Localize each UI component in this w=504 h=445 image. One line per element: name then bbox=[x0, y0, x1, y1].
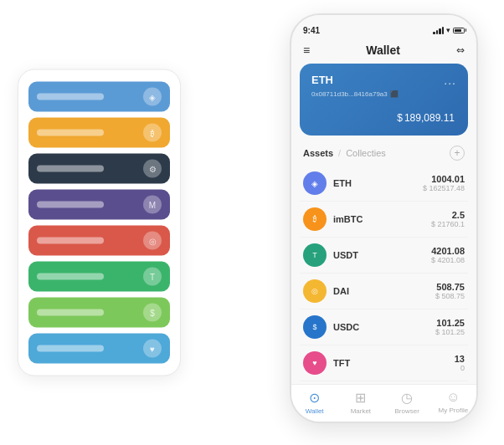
card-label bbox=[37, 238, 104, 244]
asset-amounts: 1004.01 $ 162517.48 bbox=[423, 174, 465, 192]
phone-mockup: 9:41 ▾ ≡ Wallet ⇔ ETH bbox=[290, 13, 478, 423]
nav-item-wallet[interactable]: ⊙ Wallet bbox=[291, 390, 337, 415]
card-icon: ◈ bbox=[143, 88, 162, 106]
tab-divider: / bbox=[338, 148, 341, 158]
menu-icon[interactable]: ≡ bbox=[303, 43, 310, 57]
list-item[interactable]: ⚙ bbox=[28, 154, 170, 184]
card-label bbox=[37, 202, 104, 208]
card-label bbox=[37, 94, 104, 100]
usdt-icon: T bbox=[303, 243, 327, 267]
nav-item-profile[interactable]: ☺ My Profile bbox=[430, 390, 476, 415]
eth-card-name: ETH bbox=[311, 74, 333, 86]
asset-primary-amount: 2.5 bbox=[431, 210, 465, 220]
asset-amounts: 508.75 $ 508.75 bbox=[435, 282, 465, 300]
card-icon: T bbox=[143, 268, 162, 286]
card-label bbox=[37, 274, 104, 280]
eth-card-address: 0x08711d3b...8416a79a3 ⬛ bbox=[311, 90, 456, 98]
asset-amounts: 4201.08 $ 4201.08 bbox=[431, 246, 465, 264]
card-icon: $ bbox=[143, 304, 162, 322]
eth-card-balance: $189,089.11 bbox=[311, 106, 456, 125]
status-bar: 9:41 ▾ bbox=[291, 15, 476, 40]
list-item[interactable]: ◈ bbox=[28, 82, 170, 112]
bottom-nav: ⊙ Wallet ⊞ Market ◷ Browser ☺ My Profile bbox=[291, 384, 476, 422]
card-icon: ♥ bbox=[143, 340, 162, 358]
asset-primary-amount: 508.75 bbox=[435, 282, 465, 292]
card-label bbox=[37, 309, 104, 316]
profile-nav-label: My Profile bbox=[439, 407, 469, 414]
asset-amounts: 2.5 $ 21760.1 bbox=[431, 210, 465, 228]
asset-name: imBTC bbox=[333, 214, 431, 224]
card-label bbox=[37, 345, 104, 352]
table-row[interactable]: ♥ TFT 13 0 bbox=[300, 345, 468, 381]
card-icon: ₿ bbox=[143, 124, 162, 142]
eth-card[interactable]: ETH ... 0x08711d3b...8416a79a3 ⬛ $189,08… bbox=[300, 64, 468, 136]
tab-collecties[interactable]: Collecties bbox=[346, 148, 386, 158]
wallet-nav-icon: ⊙ bbox=[309, 390, 320, 406]
eth-card-more-button[interactable]: ... bbox=[444, 74, 456, 87]
card-label bbox=[37, 166, 104, 172]
market-nav-icon: ⊞ bbox=[355, 390, 366, 406]
list-item[interactable]: ♥ bbox=[28, 334, 170, 364]
asset-secondary-amount: $ 21760.1 bbox=[431, 220, 465, 228]
asset-name: USDT bbox=[333, 250, 431, 260]
asset-name: TFT bbox=[333, 358, 455, 368]
market-nav-label: Market bbox=[351, 407, 371, 415]
table-row[interactable]: ₿ imBTC 2.5 $ 21760.1 bbox=[300, 202, 468, 238]
tft-icon: ♥ bbox=[303, 351, 327, 375]
list-item[interactable]: T bbox=[28, 262, 170, 292]
status-icons: ▾ bbox=[433, 26, 465, 34]
asset-name: DAI bbox=[333, 286, 435, 296]
card-label bbox=[37, 130, 104, 136]
assets-tabs: Assets / Collecties bbox=[303, 148, 386, 158]
card-stack: ◈ ₿ ⚙ M ◎ T $ ♥ bbox=[18, 69, 181, 376]
card-icon: ◎ bbox=[143, 232, 162, 250]
asset-primary-amount: 13 bbox=[455, 354, 465, 364]
eth-icon: ◈ bbox=[303, 171, 327, 195]
dai-icon: ◎ bbox=[303, 279, 327, 303]
add-asset-button[interactable]: + bbox=[450, 146, 465, 161]
phone-header: ≡ Wallet ⇔ bbox=[291, 40, 476, 64]
table-row[interactable]: ◎ DAI 508.75 $ 508.75 bbox=[300, 274, 468, 309]
nav-item-market[interactable]: ⊞ Market bbox=[337, 390, 383, 415]
status-time: 9:41 bbox=[303, 26, 320, 35]
wallet-nav-label: Wallet bbox=[306, 407, 324, 415]
asset-name: ETH bbox=[333, 178, 423, 188]
expand-icon[interactable]: ⇔ bbox=[456, 44, 465, 56]
tab-assets[interactable]: Assets bbox=[303, 148, 333, 158]
profile-nav-icon: ☺ bbox=[446, 390, 460, 405]
asset-amounts: 13 0 bbox=[455, 354, 465, 372]
asset-secondary-amount: $ 508.75 bbox=[435, 292, 465, 300]
asset-name: USDC bbox=[333, 322, 435, 332]
asset-primary-amount: 4201.08 bbox=[431, 246, 465, 256]
list-item[interactable]: ₿ bbox=[28, 118, 170, 148]
asset-list: ◈ ETH 1004.01 $ 162517.48 ₿ imBTC 2.5 $ … bbox=[291, 166, 476, 384]
nav-item-browser[interactable]: ◷ Browser bbox=[384, 390, 430, 415]
card-icon: ⚙ bbox=[143, 160, 162, 178]
asset-secondary-amount: $ 162517.48 bbox=[423, 184, 465, 192]
list-item[interactable]: $ bbox=[28, 298, 170, 328]
usdc-icon: $ bbox=[303, 315, 327, 339]
asset-primary-amount: 101.25 bbox=[435, 318, 465, 328]
table-row[interactable]: T USDT 4201.08 $ 4201.08 bbox=[300, 238, 468, 274]
browser-nav-label: Browser bbox=[394, 407, 419, 415]
asset-primary-amount: 1004.01 bbox=[423, 174, 465, 184]
asset-secondary-amount: 0 bbox=[455, 364, 465, 372]
card-icon: M bbox=[143, 196, 162, 214]
table-row[interactable]: $ USDC 101.25 $ 101.25 bbox=[300, 309, 468, 345]
list-item[interactable]: M bbox=[28, 190, 170, 220]
browser-nav-icon: ◷ bbox=[401, 390, 413, 406]
battery-icon bbox=[453, 28, 465, 33]
asset-amounts: 101.25 $ 101.25 bbox=[435, 318, 465, 336]
page-title: Wallet bbox=[366, 43, 400, 57]
wifi-icon: ▾ bbox=[446, 26, 450, 34]
table-row[interactable]: ◈ ETH 1004.01 $ 162517.48 bbox=[300, 166, 468, 202]
scene: ◈ ₿ ⚙ M ◎ T $ ♥ bbox=[18, 13, 486, 432]
asset-secondary-amount: $ 101.25 bbox=[435, 328, 465, 336]
asset-secondary-amount: $ 4201.08 bbox=[431, 256, 465, 264]
list-item[interactable]: ◎ bbox=[28, 226, 170, 256]
signal-icon bbox=[433, 27, 444, 34]
imbtc-icon: ₿ bbox=[303, 207, 327, 231]
assets-header: Assets / Collecties + bbox=[291, 142, 476, 166]
eth-card-header: ETH ... bbox=[311, 74, 456, 87]
